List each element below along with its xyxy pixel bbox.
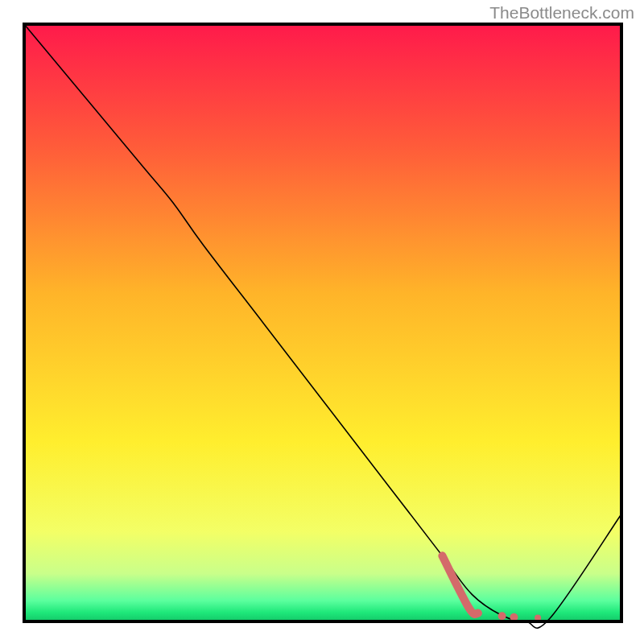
highlight-dot: [498, 612, 506, 620]
chart-background: [24, 24, 621, 621]
bottleneck-chart: [0, 0, 644, 644]
attribution-text: TheBottleneck.com: [489, 3, 634, 23]
chart-container: { "attribution": "TheBottleneck.com", "c…: [0, 0, 644, 644]
